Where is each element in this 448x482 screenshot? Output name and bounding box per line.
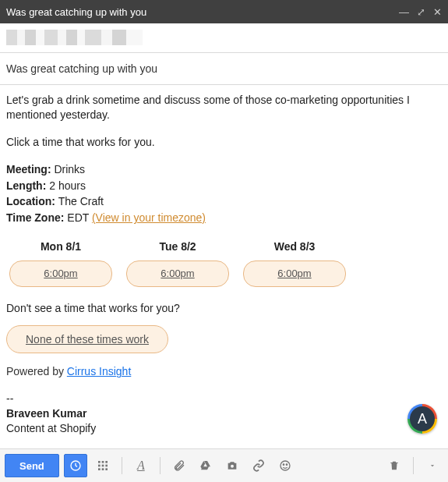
svg-point-13: [286, 464, 287, 465]
time-slot-button[interactable]: 6:00pm: [126, 260, 229, 287]
meeting-details: Meeting: Drinks Length: 2 hours Location…: [6, 162, 442, 226]
drive-icon[interactable]: [195, 455, 217, 477]
send-button[interactable]: Send: [5, 454, 59, 477]
recipient-chip-redacted: [6, 30, 143, 45]
svg-rect-2: [101, 461, 104, 463]
svg-rect-8: [101, 468, 104, 470]
more-options-icon[interactable]: [422, 455, 443, 477]
window-title: Was great catching up with you: [6, 6, 399, 18]
avatar-letter: A: [418, 411, 427, 427]
trash-icon[interactable]: [383, 455, 405, 477]
attach-icon[interactable]: [168, 455, 190, 477]
svg-rect-1: [98, 461, 101, 463]
svg-rect-4: [98, 465, 101, 467]
camera-icon[interactable]: [221, 455, 243, 477]
time-slot-button[interactable]: 6:00pm: [9, 260, 112, 287]
compose-titlebar: Was great catching up with you — ⤢ ✕: [0, 0, 448, 23]
svg-rect-9: [105, 468, 108, 470]
apps-grid-icon[interactable]: [92, 455, 114, 477]
popout-icon[interactable]: ⤢: [417, 6, 425, 18]
recipients-field[interactable]: [0, 23, 448, 52]
time-slot-grid: Mon 8/1 6:00pm Tue 8/2 6:00pm Wed 8/3 6:…: [6, 239, 442, 286]
cirrus-insight-link[interactable]: Cirrus Insight: [67, 365, 131, 377]
emoji-icon[interactable]: [274, 455, 296, 477]
none-of-these-button[interactable]: None of these times work: [6, 325, 168, 354]
time-slot-button[interactable]: 6:00pm: [243, 260, 346, 287]
svg-point-10: [231, 465, 234, 468]
close-icon[interactable]: ✕: [433, 6, 442, 18]
link-icon[interactable]: [248, 455, 270, 477]
day-header: Mon 8/1: [6, 239, 115, 254]
svg-point-11: [280, 461, 290, 470]
compose-toolbar: Send A: [0, 448, 448, 482]
powered-by: Powered by Cirrus Insight: [6, 364, 442, 379]
schedule-send-icon[interactable]: [64, 454, 87, 477]
svg-rect-3: [105, 461, 108, 463]
signature: -- Braveen Kumar Content at Shopify: [6, 392, 442, 436]
day-header: Tue 8/2: [123, 239, 232, 254]
svg-point-12: [283, 464, 284, 465]
message-body[interactable]: Let's grab a drink sometime and discuss …: [0, 85, 448, 436]
no-fit-text: Don't see a time that works for you?: [6, 301, 442, 316]
body-prompt: Click a time that works for you.: [6, 135, 442, 150]
svg-rect-5: [101, 465, 104, 467]
day-header: Wed 8/3: [240, 239, 349, 254]
view-timezone-link[interactable]: (View in your timezone): [92, 211, 206, 224]
svg-rect-7: [98, 468, 101, 470]
subject-field[interactable]: Was great catching up with you: [0, 53, 448, 84]
svg-rect-6: [105, 465, 108, 467]
body-intro: Let's grab a drink sometime and discuss …: [6, 93, 442, 122]
minimize-icon[interactable]: —: [399, 6, 409, 18]
avatar[interactable]: A: [407, 404, 437, 434]
formatting-icon[interactable]: A: [130, 455, 152, 477]
